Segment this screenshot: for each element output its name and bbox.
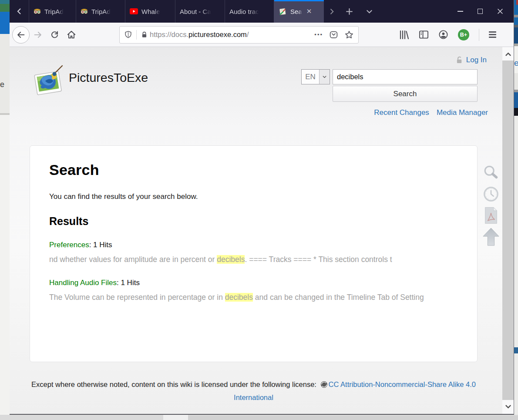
scroll-down-button[interactable] [502,400,514,413]
close-window-button[interactable] [490,0,510,23]
tab-label: Whale [141,8,160,15]
select-arrow [319,70,330,84]
background-window-fragment [0,115,10,415]
language-value: EN [302,70,319,84]
bookmark-star-icon[interactable] [344,30,354,40]
creative-commons-icon [320,380,328,392]
background-window-fragment: e [0,34,10,113]
page-tools [481,164,501,246]
background-window-fragment [514,347,518,353]
vertical-scrollbar[interactable] [502,47,514,414]
url-text[interactable]: https://docs.picturestoexe.com/ [150,30,311,39]
tripadvisor-icon [34,8,41,15]
tripadvisor-icon [81,8,88,15]
search-page-tool-button[interactable] [481,164,501,182]
extension-badge[interactable]: B+ [458,29,469,40]
chevron-down-icon [366,8,373,15]
background-window-fragment [0,0,10,4]
tab-whale[interactable]: Whale [125,0,175,23]
divider [479,29,479,41]
background-window-fragment [514,27,518,44]
list-all-tabs-button[interactable] [359,0,380,23]
new-tab-button[interactable] [340,0,359,23]
scroll-tabs-left-button[interactable] [10,0,29,23]
background-window-fragment [0,4,10,12]
chevron-down-icon [322,74,327,79]
tab-about[interactable]: About - Ca [175,0,225,23]
sidebar-icon[interactable] [419,30,429,39]
lock-icon [141,31,148,39]
background-window-fragment [514,116,518,347]
result-link[interactable]: Handling Audio Files [49,279,117,287]
page-actions-icon[interactable]: ••• [314,31,323,38]
tab-search-active[interactable]: Sea ✕ [274,0,324,23]
reload-button[interactable] [46,30,63,39]
dokuwiki-icon [279,7,287,16]
tracking-protection-shield-icon [124,30,132,39]
tab-bar: TripAd TripAd Whale About - C [10,0,514,23]
result-hits: : 1 Hits [89,241,112,249]
export-pdf-tool-button[interactable] [481,206,501,225]
login-link[interactable]: Log In [466,56,487,64]
background-window-fragment [514,92,518,108]
content-card: Search You can find the results of your … [30,145,478,362]
toolbar-icons: B+ [399,29,496,41]
minimize-button[interactable] [450,0,470,23]
site-title: PicturesToExe [69,71,148,85]
login-row: Log In [455,56,487,64]
login-lock-icon [455,56,464,64]
account-icon[interactable] [438,30,448,40]
search-match-highlight: decibels [225,293,253,302]
pocket-icon[interactable] [329,30,338,39]
language-select[interactable]: EN [301,69,330,84]
home-button[interactable] [63,30,80,40]
tab-label: Sea [290,8,302,15]
scroll-up-button[interactable] [502,48,514,61]
result-snippet: The Volume can be represented in percent… [49,291,458,303]
search-button[interactable]: Search [333,86,478,102]
reload-icon [50,30,59,39]
menu-button[interactable] [489,31,496,37]
divider [136,30,137,40]
pdf-file-icon [483,207,499,224]
media-manager-link[interactable]: Media Manager [437,108,488,117]
close-icon [497,8,504,15]
search-input[interactable] [333,69,478,84]
tab-audio-tracks[interactable]: Audio trac [225,0,274,23]
background-window-fragment [514,73,518,90]
recent-changes-link[interactable]: Recent Changes [374,108,429,117]
maximize-button[interactable] [470,0,490,23]
page-actions: ••• [314,30,354,40]
result-hits: : 1 Hits [117,279,140,287]
site-logo[interactable] [30,64,66,97]
back-to-top-button[interactable] [481,228,501,246]
intro-text: You can find the results of your search … [49,192,458,201]
scrollbar-thumb[interactable] [502,60,514,400]
screen: e e TripAd [0,0,518,420]
library-icon[interactable] [399,30,409,40]
background-window-fragment [514,353,518,415]
search-match-highlight: decibels [217,255,245,264]
clock-icon [483,186,499,202]
tab-tripadvisor-2[interactable]: TripAd [76,0,125,23]
window-controls [450,0,514,23]
result-heading: Handling Audio Files: 1 Hits [49,279,458,287]
maximize-icon [478,9,483,14]
picturestoexe-logo-icon [30,64,66,96]
address-bar[interactable]: https://docs.picturestoexe.com/ ••• [119,26,359,44]
search-result: Preferences: 1 Hits nd whether values fo… [49,241,458,265]
result-link[interactable]: Preferences [49,241,89,249]
license-text: Except where otherwise noted, content on… [31,380,318,388]
tab-close-icon[interactable]: ✕ [306,7,312,15]
tab-label: TripAd [44,8,64,15]
minimize-icon [457,11,463,12]
magnifier-icon [483,165,499,181]
back-button[interactable] [12,26,30,44]
scroll-tabs-right-button[interactable] [324,0,340,23]
old-revisions-tool-button[interactable] [481,185,501,203]
forward-button[interactable] [30,30,46,40]
quick-links: Recent Changes Media Manager [374,108,488,117]
search-result: Handling Audio Files: 1 Hits The Volume … [49,279,458,303]
tab-tripadvisor-1[interactable]: TripAd [29,0,76,23]
navigation-toolbar: https://docs.picturestoexe.com/ ••• [10,23,514,47]
